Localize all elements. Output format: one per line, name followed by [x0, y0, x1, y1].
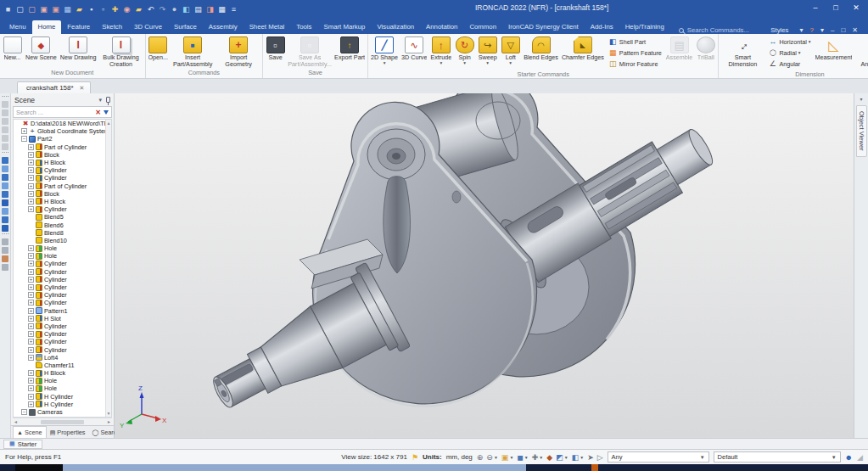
shape-gray-6[interactable] — [2, 143, 8, 150]
tree-item-cylinder[interactable]: +Cylinder — [14, 291, 111, 299]
dropdown-icon[interactable]: ▾ — [486, 61, 489, 65]
document-tab[interactable]: crankshaft 158* ✕ — [17, 81, 91, 93]
ribbon-tab-home[interactable]: Home — [32, 20, 62, 34]
ribbon-tab-menu[interactable]: Menu — [3, 20, 32, 34]
tree-item-blend10[interactable]: Blend10 — [14, 237, 111, 244]
expand-icon[interactable]: − — [21, 136, 27, 142]
expand-icon[interactable]: + — [28, 160, 34, 165]
expand-icon[interactable]: + — [28, 339, 34, 345]
shape-blue-6[interactable] — [2, 199, 8, 206]
user-icon[interactable]: ☻ — [845, 453, 853, 462]
ribbon-tab-assembly[interactable]: Assembly — [203, 20, 244, 34]
expand-icon[interactable]: + — [28, 323, 34, 329]
starter-tab[interactable]: ▦ Starter — [3, 440, 42, 449]
zoom-window-icon[interactable]: ⊖▼ — [486, 453, 498, 462]
new-drawing-button[interactable]: New Drawing — [59, 35, 98, 61]
dropdown-icon[interactable]: ▾ — [384, 61, 386, 65]
tree-item-part-of-cylinder[interactable]: +Part of Cylinder — [14, 182, 111, 190]
shape-gray-4[interactable] — [2, 126, 8, 133]
tree-item-block[interactable]: +Block — [14, 190, 111, 198]
blend-edges-button[interactable]: Blend Edges — [522, 35, 560, 61]
save-icon[interactable]: ▪ — [86, 4, 97, 15]
new-image-icon[interactable]: ▦ — [62, 4, 73, 15]
panel-tab-scene[interactable]: ▲Scene — [13, 426, 47, 438]
tool-1[interactable] — [2, 238, 8, 245]
tree-item-part2[interactable]: −Part2 — [14, 135, 111, 143]
mirror-feature-button[interactable]: Mirror Feature — [608, 59, 662, 69]
zoom-in-icon[interactable]: ⊕ — [477, 453, 484, 462]
selection-filter-combo[interactable]: Any ▼ — [608, 451, 709, 463]
fit-scene-icon[interactable]: ▣▼ — [501, 453, 513, 462]
expand-icon[interactable]: + — [28, 401, 34, 407]
command-search[interactable]: Search Commands... — [679, 26, 749, 34]
ribbon-tab-help-training[interactable]: Help/Training — [619, 20, 670, 34]
scroll-right-icon[interactable]: ► — [107, 419, 111, 424]
3d-curve-button[interactable]: 3D Curve — [400, 35, 428, 61]
expand-icon[interactable]: + — [28, 316, 34, 322]
render-style-icon[interactable]: ◩▼ — [556, 453, 568, 462]
shell-part-button[interactable]: Shell Part — [608, 36, 662, 47]
text-annotations-button[interactable]: Text Annotations — [854, 35, 868, 68]
tree-item-cylinder[interactable]: +Cylinder — [14, 166, 111, 174]
ribbon-tab-sketch[interactable]: Sketch — [96, 20, 128, 34]
render-icon[interactable]: ◉ — [121, 4, 132, 15]
dock-pin-icon[interactable]: ▾ — [860, 96, 862, 102]
radial-button[interactable]: Radial▾ — [768, 48, 810, 58]
tree-item-blend5[interactable]: Blend5 — [14, 213, 111, 221]
expand-icon[interactable]: − — [21, 409, 27, 415]
tree-item-cylinder[interactable]: +Cylinder — [14, 345, 111, 353]
expand-icon[interactable]: + — [28, 347, 34, 353]
crankshaft-model[interactable]: Z Y X — [115, 93, 854, 438]
measurement-button[interactable]: Measurement — [814, 35, 854, 61]
smart-dimension-button[interactable]: Smart Dimension — [720, 35, 765, 68]
dropdown-icon[interactable]: ▾ — [440, 61, 442, 65]
expand-icon[interactable]: + — [28, 378, 34, 384]
help-icon[interactable]: ? — [807, 26, 817, 34]
panel-tab-properties[interactable]: ▤Properties — [47, 427, 89, 438]
tree-item-pattern1[interactable]: +Pattern1 — [14, 307, 111, 315]
dropdown-icon[interactable]: ▾ — [798, 50, 801, 55]
expand-icon[interactable]: + — [28, 370, 34, 376]
more-icon[interactable]: ≡ — [228, 4, 239, 15]
chamfer-edges-button[interactable]: Chamfer Edges — [560, 35, 606, 61]
divider[interactable] — [2, 152, 9, 155]
ribbon-tab-add-ins[interactable]: Add-Ins — [585, 20, 619, 34]
shape-blue-7[interactable] — [2, 208, 8, 215]
expand-icon[interactable]: + — [28, 385, 34, 391]
tree-item-hole[interactable]: +Hole — [14, 384, 111, 392]
app-icon[interactable]: ■ — [3, 4, 14, 15]
bulk-drawing-creation-button[interactable]: Bulk Drawing Creation — [98, 35, 144, 68]
styles-button[interactable]: Styles — [767, 26, 792, 34]
shape-gray-5[interactable] — [2, 135, 8, 142]
shape-blue-5[interactable] — [2, 191, 8, 198]
expand-icon[interactable]: + — [28, 253, 34, 259]
tool-4[interactable] — [2, 264, 8, 271]
new-document-icon[interactable]: ▢ — [14, 4, 25, 15]
tree-item-h-cylinder[interactable]: +H Cylinder — [14, 393, 111, 401]
expand-icon[interactable]: + — [21, 128, 27, 134]
styles-dropdown-icon[interactable]: ▾ — [797, 26, 807, 34]
ribbon-tab-surface[interactable]: Surface — [168, 20, 203, 34]
tree-item-d-data-2018-new-word-tech[interactable]: D:\data\2018 NEW\Word\TECH- — [14, 120, 111, 127]
ribbon-tab-common[interactable]: Common — [463, 20, 502, 34]
new-scene-button[interactable]: New Scene — [24, 35, 59, 61]
spin-button[interactable]: Spin▾ — [453, 35, 476, 65]
scroll-down-icon[interactable]: ▼ — [107, 411, 111, 416]
clear-search-icon[interactable]: ✕ — [95, 109, 101, 116]
doc-minimize-icon[interactable]: – — [827, 26, 837, 34]
expand-icon[interactable]: + — [28, 144, 34, 150]
expand-icon[interactable]: + — [28, 261, 34, 266]
tree-item-h-block[interactable]: +H Block — [14, 198, 111, 205]
ribbon-tab-sheet-metal[interactable]: Sheet Metal — [244, 20, 291, 34]
spreadsheet-icon[interactable]: ▤ — [193, 4, 204, 15]
sphere-icon[interactable]: ● — [169, 4, 180, 15]
ribbon-tab-tools[interactable]: Tools — [290, 20, 317, 34]
orbit-icon[interactable]: ◆ — [546, 453, 552, 462]
dropdown-icon[interactable]: ▾ — [509, 61, 512, 65]
new-drawing-icon[interactable]: ▣ — [38, 4, 49, 15]
tree-item-cylinder[interactable]: +Cylinder — [14, 205, 111, 213]
expand-icon[interactable]: + — [28, 191, 34, 197]
tree-item-global-coordinate-system[interactable]: +Global Coordinate System — [14, 127, 111, 135]
options-icon[interactable]: ✚ — [109, 4, 120, 15]
expand-icon[interactable]: + — [28, 167, 34, 173]
